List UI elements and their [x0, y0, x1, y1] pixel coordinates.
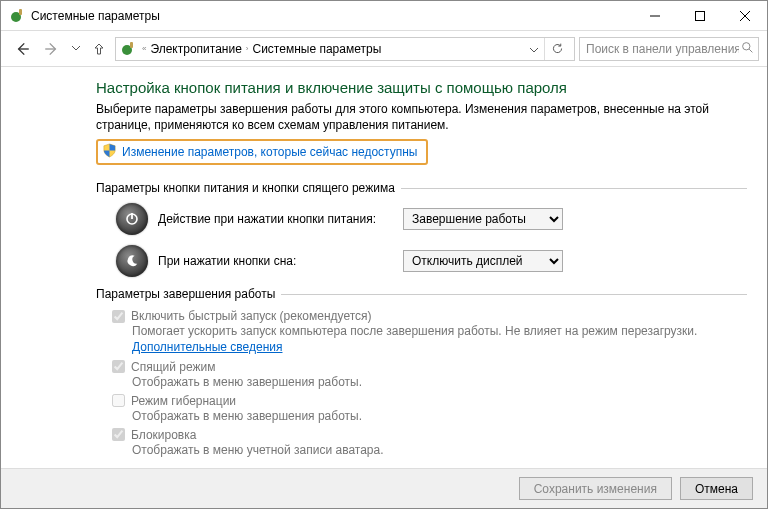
hibernate-checkbox[interactable]	[112, 394, 125, 407]
fast-startup-label: Включить быстрый запуск (рекомендуется)	[131, 309, 372, 323]
hibernate-label: Режим гибернации	[131, 394, 236, 408]
change-unavailable-settings-link[interactable]: Изменение параметров, которые сейчас нед…	[96, 139, 428, 165]
sleep-item: Спящий режим Отображать в меню завершени…	[112, 360, 747, 390]
shield-icon	[102, 143, 117, 161]
back-button[interactable]	[9, 36, 35, 62]
section-header-buttons: Параметры кнопки питания и кнопки спящег…	[96, 181, 747, 195]
section-title: Параметры кнопки питания и кнопки спящег…	[96, 181, 395, 195]
window: Системные параметры	[0, 0, 768, 509]
sleep-button-label: При нажатии кнопки сна:	[158, 254, 393, 268]
search-icon	[741, 41, 754, 57]
svg-rect-3	[695, 11, 704, 20]
power-options-icon	[9, 8, 25, 24]
power-button-select[interactable]: Завершение работы	[403, 208, 563, 230]
address-bar[interactable]: « Электропитание › Системные параметры	[115, 37, 575, 61]
sleep-label: Спящий режим	[131, 360, 215, 374]
cancel-button[interactable]: Отмена	[680, 477, 753, 500]
toolbar: « Электропитание › Системные параметры	[1, 31, 767, 67]
search-box[interactable]	[579, 37, 759, 61]
power-options-icon	[120, 41, 136, 57]
address-dropdown-button[interactable]	[526, 42, 542, 56]
chevron-right-icon: ›	[244, 44, 251, 53]
section-header-shutdown: Параметры завершения работы	[96, 287, 747, 301]
sleep-button-select[interactable]: Отключить дисплей	[403, 250, 563, 272]
fast-startup-item: Включить быстрый запуск (рекомендуется) …	[112, 309, 747, 355]
svg-rect-1	[19, 9, 22, 15]
minimize-button[interactable]	[632, 1, 677, 30]
fast-startup-checkbox[interactable]	[112, 310, 125, 323]
content-area: Настройка кнопок питания и включение защ…	[1, 67, 767, 468]
sleep-checkbox[interactable]	[112, 360, 125, 373]
close-button[interactable]	[722, 1, 767, 30]
power-button-action-row: Действие при нажатии кнопки питания: Зав…	[116, 203, 747, 235]
lock-desc: Отображать в меню учетной записи аватара…	[132, 442, 747, 458]
shutdown-options-list: Включить быстрый запуск (рекомендуется) …	[112, 309, 747, 458]
lock-checkbox[interactable]	[112, 428, 125, 441]
window-title: Системные параметры	[31, 9, 632, 23]
moon-icon	[116, 245, 148, 277]
page-description: Выберите параметры завершения работы для…	[96, 102, 747, 133]
page-heading: Настройка кнопок питания и включение защ…	[96, 79, 747, 96]
footer: Сохранить изменения Отмена	[1, 468, 767, 508]
save-button[interactable]: Сохранить изменения	[519, 477, 672, 500]
up-button[interactable]	[87, 37, 111, 61]
power-icon	[116, 203, 148, 235]
sleep-button-action-row: При нажатии кнопки сна: Отключить диспле…	[116, 245, 747, 277]
breadcrumb-item[interactable]: Электропитание	[150, 42, 241, 56]
breadcrumb-item[interactable]: Системные параметры	[253, 42, 382, 56]
recent-dropdown-button[interactable]	[69, 36, 83, 62]
lock-item: Блокировка Отображать в меню учетной зап…	[112, 428, 747, 458]
maximize-button[interactable]	[677, 1, 722, 30]
hibernate-item: Режим гибернации Отображать в меню завер…	[112, 394, 747, 424]
more-info-link[interactable]: Дополнительные сведения	[132, 340, 282, 354]
section-title: Параметры завершения работы	[96, 287, 275, 301]
power-button-label: Действие при нажатии кнопки питания:	[158, 212, 393, 226]
lock-label: Блокировка	[131, 428, 196, 442]
admin-link-text: Изменение параметров, которые сейчас нед…	[122, 145, 418, 159]
chevron-left-icon: «	[140, 44, 148, 53]
svg-rect-9	[130, 42, 133, 48]
sleep-desc: Отображать в меню завершения работы.	[132, 374, 747, 390]
hibernate-desc: Отображать в меню завершения работы.	[132, 408, 747, 424]
refresh-button[interactable]	[544, 38, 570, 60]
titlebar: Системные параметры	[1, 1, 767, 31]
svg-line-11	[749, 49, 752, 52]
forward-button[interactable]	[39, 36, 65, 62]
search-input[interactable]	[584, 41, 741, 57]
window-controls	[632, 1, 767, 30]
svg-point-10	[743, 42, 750, 49]
fast-startup-desc: Помогает ускорить запуск компьютера посл…	[132, 323, 747, 355]
